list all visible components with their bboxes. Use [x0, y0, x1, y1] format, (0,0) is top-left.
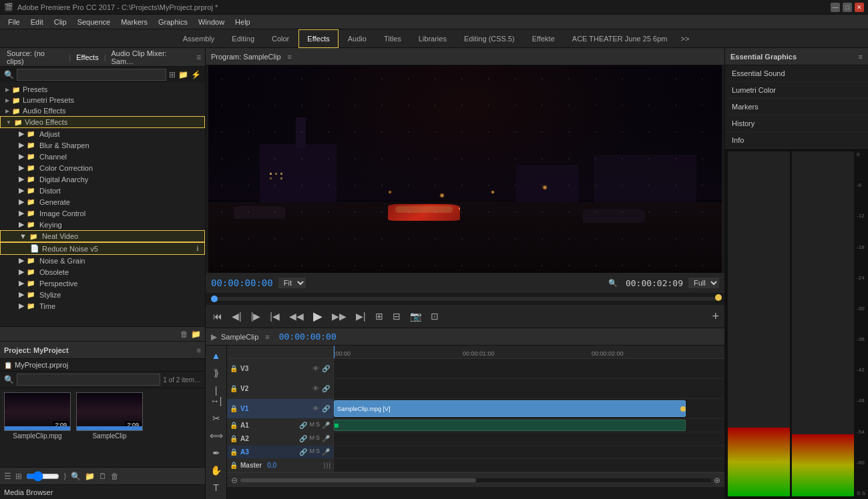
icon-view-btn[interactable]: ⊞ — [15, 472, 22, 481]
effect-sub-channel[interactable]: ▶📁 Channel — [0, 151, 205, 162]
tab-audio[interactable]: Audio — [340, 29, 375, 48]
track-select-fwd-tool[interactable]: ⟫ — [212, 366, 221, 380]
track-a1-content[interactable] — [334, 419, 724, 432]
effect-sub-distort[interactable]: ▶📁 Distort — [0, 185, 205, 196]
tab-effects[interactable]: Effects — [298, 29, 338, 48]
step-back-btn[interactable]: ◀| — [230, 309, 244, 324]
folder-icon-btn[interactable]: 📁 — [178, 70, 188, 79]
accelerate-icon-btn[interactable]: ⚡ — [191, 70, 201, 79]
effect-category-video[interactable]: ▼ 📁 Video Effects — [0, 116, 205, 128]
more-tabs-button[interactable]: >> — [676, 32, 693, 45]
timeline-collapse-icon[interactable]: ▶ — [211, 332, 217, 342]
track-v2-content[interactable] — [334, 379, 724, 398]
track-a3-content[interactable] — [334, 446, 724, 458]
go-to-in-btn[interactable]: |◀ — [268, 309, 282, 324]
list-view-btn[interactable]: ☰ — [4, 472, 11, 481]
clip-thumbnail-2[interactable]: 2:09 SampleClip — [76, 392, 143, 463]
master-end-btn[interactable]: ⟩⟩| — [323, 462, 331, 469]
track-a3-mic-btn[interactable]: 🎤 — [321, 448, 331, 456]
project-search-input[interactable] — [17, 374, 160, 386]
effect-sub-noise-grain[interactable]: ▶📁 Noise & Grain — [0, 255, 205, 266]
effect-sub-perspective[interactable]: ▶📁 Perspective — [0, 278, 205, 289]
tab-color[interactable]: Color — [264, 29, 297, 48]
effect-sub-image-control[interactable]: ▶📁 Image Control — [0, 207, 205, 219]
slip-tool[interactable]: ⟺ — [208, 428, 225, 443]
effect-sub-stylize[interactable]: ▶📁 Stylize — [0, 289, 205, 300]
info-item[interactable]: Info — [725, 132, 868, 149]
effect-sub-color-correction[interactable]: ▶📁 Color Correction — [0, 162, 205, 173]
tab-ace-theater[interactable]: ACE THEATER June 25 6pm — [564, 29, 676, 48]
project-menu-icon[interactable]: ≡ — [197, 346, 201, 354]
add-btn[interactable]: + — [712, 310, 719, 324]
safe-margins-btn[interactable]: ⊡ — [429, 309, 441, 324]
ripple-edit-tool[interactable]: |↔| — [207, 383, 225, 408]
track-v3-content[interactable] — [334, 359, 724, 378]
effect-category-lumetri[interactable]: ▶ 📁 Lumetri Presets — [0, 95, 205, 105]
monitor-scrubber[interactable] — [206, 293, 724, 305]
new-folder-icon[interactable]: ⊞ — [169, 70, 176, 79]
effect-sub-blur[interactable]: ▶📁 Blur & Sharpen — [0, 139, 205, 151]
track-a2-content[interactable] — [334, 432, 724, 445]
markers-item[interactable]: Markers — [725, 99, 868, 115]
export-frame-btn[interactable]: 📷 — [408, 309, 423, 324]
minimize-button[interactable]: — — [831, 3, 840, 12]
effects-tab-audiomix[interactable]: Audio Clip Mixer: Sam… — [109, 48, 194, 67]
track-v1-eye-btn[interactable]: 👁 — [312, 404, 320, 413]
menu-markers[interactable]: Markers — [116, 17, 153, 27]
effect-sub-digital-anarchy[interactable]: ▶📁 Digital Anarchy — [0, 173, 205, 185]
menu-graphics[interactable]: Graphics — [153, 17, 193, 27]
overwrite-btn[interactable]: ⊟ — [391, 309, 403, 324]
effect-category-presets[interactable]: ▶ 📁 Presets — [0, 84, 205, 95]
effect-info-btn[interactable]: ℹ — [196, 245, 199, 252]
fit-selector[interactable]: Fit — [278, 278, 306, 288]
pen-tool[interactable]: ✒ — [210, 446, 222, 460]
effects-custom-bin-btn[interactable]: 📁 — [191, 330, 201, 339]
effect-sub-adjust[interactable]: ▶📁 Adjust — [0, 128, 205, 139]
selection-tool[interactable]: ▲ — [210, 348, 223, 363]
track-a3-sync-btn[interactable]: 🔗 — [298, 448, 308, 456]
new-bin-btn[interactable]: 📁 — [85, 472, 95, 481]
essential-sound-item[interactable]: Essential Sound — [725, 65, 868, 82]
menu-help[interactable]: Help — [230, 17, 256, 27]
zoom-slider[interactable] — [26, 471, 59, 482]
find-btn[interactable]: 🔍 — [71, 472, 81, 481]
tab-libraries[interactable]: Libraries — [411, 29, 455, 48]
ruler-bar[interactable]: :00:00 00:00:01:00 00:00:02:00 — [334, 346, 724, 358]
video-clip-v1[interactable]: SampleClip.mpg [V] — [334, 400, 686, 417]
effect-sub-time[interactable]: ▶📁 Time — [0, 300, 205, 312]
full-selector[interactable]: Full — [688, 278, 719, 288]
track-a1-sync-btn[interactable]: 🔗 — [298, 421, 308, 430]
close-button[interactable]: ✕ — [855, 3, 864, 12]
track-v1-sync-btn[interactable]: 🔗 — [321, 404, 331, 413]
effect-sub-generate[interactable]: ▶📁 Generate — [0, 196, 205, 207]
effects-panel-menu[interactable]: ≡ — [196, 53, 201, 62]
effect-sub-keying[interactable]: ▶📁 Keying — [0, 219, 205, 230]
track-v2-eye-btn[interactable]: 👁 — [312, 384, 320, 393]
effects-tab-effects[interactable]: Effects — [73, 52, 101, 63]
effect-sub-obsolete[interactable]: ▶📁 Obsolete — [0, 266, 205, 278]
delete-btn[interactable]: 🗑 — [111, 472, 119, 481]
step-fwd-btn[interactable]: |▶ — [249, 309, 263, 324]
track-a2-mic-btn[interactable]: 🎤 — [321, 434, 331, 443]
effects-delete-btn[interactable]: 🗑 — [180, 330, 188, 339]
insert-btn[interactable]: ⊞ — [373, 309, 385, 324]
effect-category-audio[interactable]: ▶ 📁 Audio Effects — [0, 105, 205, 116]
history-item[interactable]: History — [725, 115, 868, 132]
clip-thumbnail-1[interactable]: 2:09 SampleClip.mpg — [4, 392, 71, 463]
go-to-out-btn[interactable]: ▶| — [354, 309, 368, 324]
effects-tab-source[interactable]: Source: (no clips) — [4, 48, 66, 67]
track-a2-sync-btn[interactable]: 🔗 — [298, 434, 308, 443]
new-item-btn[interactable]: 🗒 — [99, 472, 107, 481]
tl-zoom-out-btn[interactable]: ⊖ — [231, 476, 238, 485]
razor-tool[interactable]: ✂ — [210, 411, 222, 426]
prev-edit-btn[interactable]: ◀◀ — [287, 309, 306, 324]
tab-editing-css[interactable]: Editing (CSS.5) — [456, 29, 523, 48]
effects-search-input[interactable] — [17, 69, 166, 81]
lumetri-color-item[interactable]: Lumetri Color — [725, 82, 868, 99]
mark-in-btn[interactable]: ⏮ — [211, 309, 224, 324]
menu-sequence[interactable]: Sequence — [72, 17, 116, 27]
timeline-scrollbar[interactable] — [240, 478, 711, 482]
menu-edit[interactable]: Edit — [25, 17, 49, 27]
hand-tool[interactable]: ✋ — [208, 463, 224, 478]
audio-clip-a1[interactable] — [334, 420, 686, 431]
